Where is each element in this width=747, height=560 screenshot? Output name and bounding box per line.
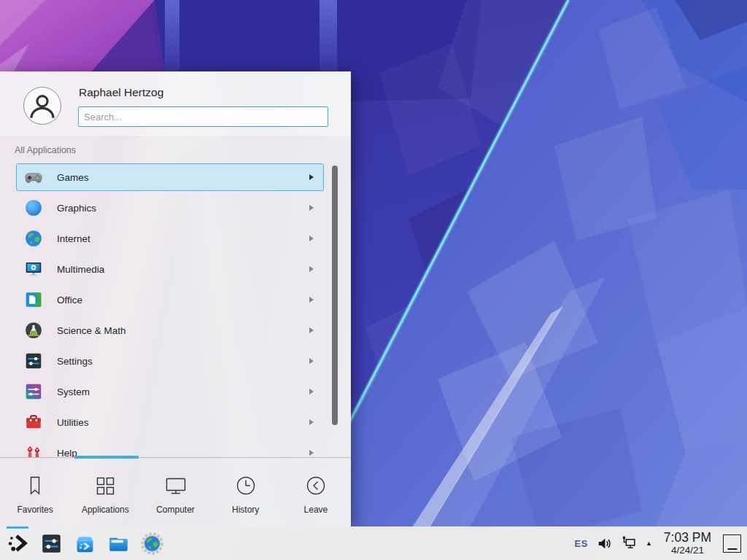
user-avatar[interactable] bbox=[23, 87, 61, 125]
category-row-utilities[interactable]: Utilities bbox=[16, 408, 324, 436]
submenu-arrow-icon bbox=[309, 236, 314, 241]
help-icon bbox=[24, 443, 43, 457]
category-row-multimedia[interactable]: Multimedia bbox=[16, 255, 324, 283]
leave-icon bbox=[303, 473, 328, 498]
category-row-science-math[interactable]: Science & Math bbox=[16, 316, 324, 344]
clock-time: 7:03 PM bbox=[664, 531, 711, 545]
tab-label: Favorites bbox=[17, 505, 53, 515]
submenu-arrow-icon bbox=[309, 450, 314, 456]
tab-history[interactable]: History bbox=[211, 458, 281, 526]
system-icon bbox=[24, 382, 43, 401]
network-button[interactable] bbox=[621, 535, 638, 552]
multimedia-icon bbox=[24, 260, 43, 279]
clock-date: 4/24/21 bbox=[664, 545, 711, 556]
search-input[interactable] bbox=[78, 106, 328, 127]
applications-icon bbox=[93, 473, 117, 498]
tab-label: Applications bbox=[82, 505, 129, 515]
taskbar-launchers bbox=[4, 526, 165, 560]
graphics-icon bbox=[24, 198, 43, 217]
category-row-office[interactable]: Office bbox=[16, 286, 324, 314]
submenu-arrow-icon bbox=[309, 174, 314, 180]
submenu-arrow-icon bbox=[309, 205, 314, 211]
app-launcher-icon bbox=[7, 532, 29, 555]
internet-icon bbox=[24, 229, 43, 248]
settings-icon bbox=[24, 351, 43, 370]
submenu-arrow-icon bbox=[309, 266, 314, 272]
category-row-internet[interactable]: Internet bbox=[16, 225, 324, 252]
discover-launcher[interactable] bbox=[71, 526, 98, 560]
application-launcher-menu: Raphael Hertzog All Applications Games bbox=[0, 71, 351, 526]
category-label: Office bbox=[57, 295, 82, 306]
science-icon bbox=[24, 321, 43, 340]
category-row-graphics[interactable]: Graphics bbox=[16, 194, 324, 222]
tab-label: Computer bbox=[156, 505, 195, 515]
network-icon bbox=[621, 535, 638, 552]
digital-clock[interactable]: 7:03 PM 4/24/21 bbox=[664, 531, 711, 556]
tab-leave[interactable]: Leave bbox=[281, 458, 351, 526]
user-name: Raphael Hertzog bbox=[79, 86, 163, 99]
tab-applications[interactable]: Applications bbox=[70, 458, 140, 526]
discover-icon bbox=[74, 532, 96, 555]
tab-label: Leave bbox=[304, 505, 328, 515]
file-manager-launcher[interactable] bbox=[105, 526, 131, 560]
games-icon bbox=[24, 168, 43, 187]
category-label: Settings bbox=[57, 356, 93, 367]
keyboard-layout-indicator[interactable]: ES bbox=[575, 538, 588, 549]
launcher-header: Raphael Hertzog bbox=[0, 71, 351, 137]
tab-computer[interactable]: Computer bbox=[140, 458, 210, 526]
category-row-settings[interactable]: Settings bbox=[16, 347, 324, 375]
category-label: Multimedia bbox=[57, 264, 104, 275]
category-label: System bbox=[57, 386, 90, 397]
active-launcher-indicator bbox=[7, 526, 28, 529]
scrollbar[interactable] bbox=[332, 166, 338, 425]
person-icon bbox=[24, 88, 61, 124]
category-label: Utilities bbox=[57, 417, 89, 428]
desktop: { "user": { "name": "Raphael Hertzog" },… bbox=[0, 0, 747, 560]
system-tray: ES ▲ 7:03 PM 4/24/21 bbox=[575, 526, 743, 560]
submenu-arrow-icon bbox=[309, 389, 314, 394]
launcher-tabbar: Favorites Applications Computer bbox=[0, 458, 351, 526]
category-row-help[interactable]: Help bbox=[16, 439, 324, 457]
favorites-icon bbox=[23, 473, 47, 498]
expand-tray-button[interactable]: ▲ bbox=[646, 540, 652, 547]
section-label-all-applications: All Applications bbox=[15, 145, 76, 155]
submenu-arrow-icon bbox=[309, 358, 314, 364]
utilities-icon bbox=[24, 413, 43, 432]
computer-icon bbox=[163, 473, 188, 498]
taskbar: ES ▲ 7:03 PM 4/24/21 bbox=[0, 526, 747, 560]
category-label: Science & Math bbox=[57, 325, 126, 336]
submenu-arrow-icon bbox=[309, 327, 314, 333]
tab-label: History bbox=[232, 505, 259, 515]
app-launcher-button[interactable] bbox=[4, 526, 31, 560]
category-row-system[interactable]: System bbox=[16, 378, 324, 405]
history-icon bbox=[233, 473, 258, 498]
volume-button[interactable] bbox=[596, 535, 613, 552]
category-label: Games bbox=[57, 172, 89, 183]
office-icon bbox=[24, 290, 43, 309]
file-manager-icon bbox=[107, 532, 130, 555]
system-settings-icon bbox=[40, 532, 63, 555]
web-browser-launcher[interactable] bbox=[139, 526, 165, 560]
web-browser-icon bbox=[141, 532, 163, 555]
category-label: Internet bbox=[57, 233, 90, 244]
volume-icon bbox=[596, 535, 613, 552]
submenu-arrow-icon bbox=[309, 419, 314, 425]
show-desktop-button[interactable] bbox=[723, 534, 741, 553]
tab-favorites[interactable]: Favorites bbox=[0, 458, 70, 526]
system-settings-launcher[interactable] bbox=[38, 526, 64, 560]
category-label: Graphics bbox=[57, 203, 96, 214]
submenu-arrow-icon bbox=[309, 297, 314, 303]
application-category-list: Games Graphics bbox=[0, 159, 351, 457]
category-row-games[interactable]: Games bbox=[16, 163, 324, 191]
